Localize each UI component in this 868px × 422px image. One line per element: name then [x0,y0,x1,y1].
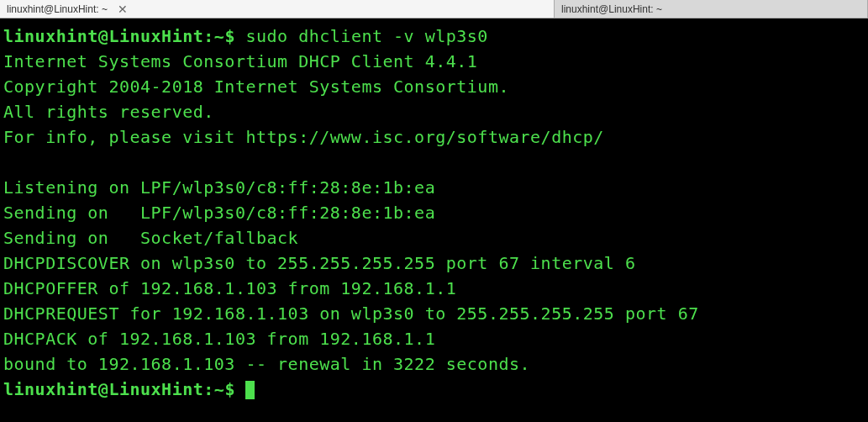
prompt-path: ~ [214,379,225,399]
output-line: DHCPACK of 192.168.1.103 from 192.168.1.… [3,329,435,349]
tab-label: linuxhint@LinuxHint: ~ [7,3,114,15]
output-line: DHCPOFFER of 192.168.1.103 from 192.168.… [3,278,456,298]
prompt-symbol: $ [224,379,235,399]
output-line: Internet Systems Consortium DHCP Client … [3,51,477,71]
output-line: Sending on Socket/fallback [3,228,298,248]
tab-label: linuxhint@LinuxHint: ~ [561,3,669,15]
prompt-user-host: linuxhint@LinuxHint [3,379,203,399]
output-line: Sending on LPF/wlp3s0/c8:ff:28:8e:1b:ea [3,203,435,223]
output-line: All rights reserved. [3,102,214,122]
prompt-symbol: $ [224,26,235,46]
terminal-tab-2[interactable]: linuxhint@LinuxHint: ~ [555,0,868,18]
output-line: DHCPREQUEST for 192.168.1.103 on wlp3s0 … [3,303,699,324]
tab-bar: linuxhint@LinuxHint: ~ ✕ linuxhint@Linux… [0,0,868,18]
output-line: For info, please visit https://www.isc.o… [3,127,604,147]
output-line: Listening on LPF/wlp3s0/c8:ff:28:8e:1b:e… [3,177,435,198]
prompt-path: ~ [214,26,225,46]
terminal-tab-1[interactable]: linuxhint@LinuxHint: ~ ✕ [0,0,555,18]
close-icon[interactable]: ✕ [114,3,131,16]
output-line: bound to 192.168.1.103 -- renewal in 322… [3,354,530,374]
command-text: sudo dhclient -v wlp3s0 [245,26,487,46]
terminal-output[interactable]: linuxhint@LinuxHint:~$ sudo dhclient -v … [0,18,868,422]
cursor [245,381,255,399]
output-line: DHCPDISCOVER on wlp3s0 to 255.255.255.25… [3,253,635,273]
prompt-user-host: linuxhint@LinuxHint [3,26,203,46]
output-line: Copyright 2004-2018 Internet Systems Con… [3,76,509,97]
